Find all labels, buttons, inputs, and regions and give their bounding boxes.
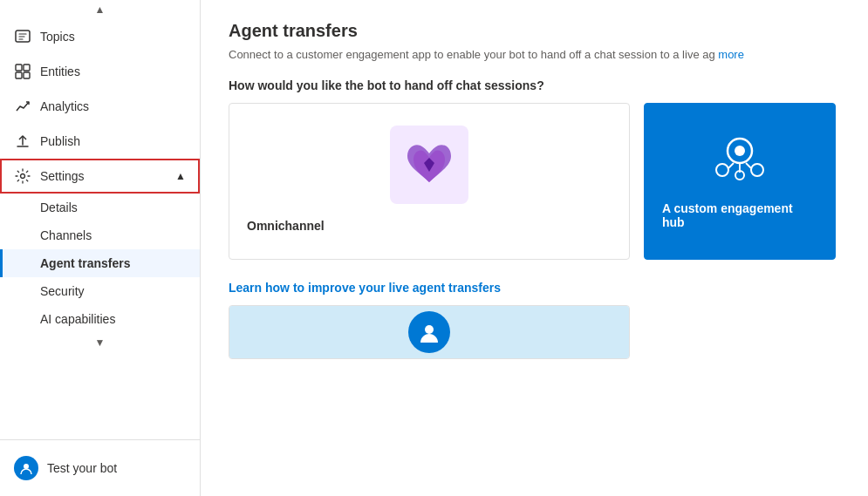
svg-point-10 <box>735 146 745 156</box>
scroll-up-arrow[interactable]: ▲ <box>0 0 200 19</box>
section2-title: Learn how to improve your live agent tra… <box>229 281 840 295</box>
preview-card-top <box>229 306 629 358</box>
cards-row: Omnichannel A custom engagement hub <box>229 103 840 260</box>
svg-point-11 <box>716 164 728 176</box>
main-content: Agent transfers Connect to a customer en… <box>201 0 868 496</box>
sidebar-sub-item-channels[interactable]: Channels <box>0 221 200 249</box>
custom-hub-card-label: A custom engagement hub <box>662 201 817 229</box>
test-bot-label: Test your bot <box>47 461 117 475</box>
sidebar-sub-item-security-label: Security <box>40 284 85 298</box>
sidebar-sub-item-channels-label: Channels <box>40 228 92 242</box>
svg-rect-4 <box>24 72 30 78</box>
svg-rect-2 <box>24 65 30 71</box>
custom-hub-icon-container <box>705 121 775 191</box>
sidebar-sub-item-ai-capabilities[interactable]: AI capabilities <box>0 305 200 333</box>
sidebar-item-publish[interactable]: Publish <box>0 124 200 159</box>
test-bot-avatar <box>14 456 38 480</box>
omnichannel-icon-container <box>386 121 473 208</box>
settings-expand-icon: ▲ <box>175 170 186 182</box>
publish-icon <box>14 132 31 150</box>
topics-icon <box>14 28 31 45</box>
test-bot-item[interactable]: Test your bot <box>0 447 200 489</box>
sidebar-item-analytics[interactable]: Analytics <box>0 89 200 124</box>
scroll-down-arrow[interactable]: ▼ <box>0 333 200 352</box>
sidebar-item-settings[interactable]: Settings ▲ <box>0 159 200 194</box>
omnichannel-logo <box>390 126 468 204</box>
page-description: Connect to a customer engagement app to … <box>229 48 822 61</box>
sidebar-item-entities-label: Entities <box>40 65 80 78</box>
sidebar-item-entities[interactable]: Entities <box>0 54 200 89</box>
svg-line-13 <box>728 163 734 168</box>
sidebar-scroll: ▲ Topics Entities <box>0 0 200 439</box>
sidebar-sub-item-ai-capabilities-label: AI capabilities <box>40 312 115 326</box>
svg-rect-3 <box>16 72 22 78</box>
settings-icon <box>14 167 31 185</box>
page-desc-text: Connect to a customer engagement app to … <box>229 48 715 61</box>
sidebar-sub-item-details-label: Details <box>40 200 78 214</box>
analytics-icon <box>14 98 31 115</box>
sidebar-item-settings-label: Settings <box>40 169 85 183</box>
svg-line-14 <box>746 163 751 168</box>
preview-card-avatar <box>408 311 450 353</box>
section1-title: How would you like the bot to hand off c… <box>229 78 840 92</box>
svg-rect-1 <box>16 65 22 71</box>
page-desc-link[interactable]: more <box>718 48 744 61</box>
omnichannel-card-label: Omnichannel <box>247 219 325 233</box>
svg-point-8 <box>24 464 29 469</box>
svg-point-17 <box>425 325 434 334</box>
preview-card <box>229 305 630 359</box>
sidebar-bottom: Test your bot <box>0 439 200 496</box>
page-title: Agent transfers <box>229 21 840 41</box>
sidebar-sub-item-security[interactable]: Security <box>0 277 200 305</box>
sidebar: ▲ Topics Entities <box>0 0 201 496</box>
sidebar-sub-item-details[interactable]: Details <box>0 194 200 221</box>
sidebar-sub-item-agent-transfers-label: Agent transfers <box>40 256 130 270</box>
custom-engagement-card[interactable]: A custom engagement hub <box>644 103 836 260</box>
sidebar-item-analytics-label: Analytics <box>40 99 89 113</box>
sidebar-item-publish-label: Publish <box>40 134 80 148</box>
omnichannel-card[interactable]: Omnichannel <box>229 103 630 260</box>
sidebar-item-topics-label: Topics <box>40 30 75 44</box>
sidebar-sub-item-agent-transfers[interactable]: Agent transfers <box>0 249 200 277</box>
svg-point-12 <box>751 164 763 176</box>
sidebar-item-topics[interactable]: Topics <box>0 19 200 54</box>
svg-point-7 <box>21 174 25 179</box>
entities-icon <box>14 63 31 80</box>
